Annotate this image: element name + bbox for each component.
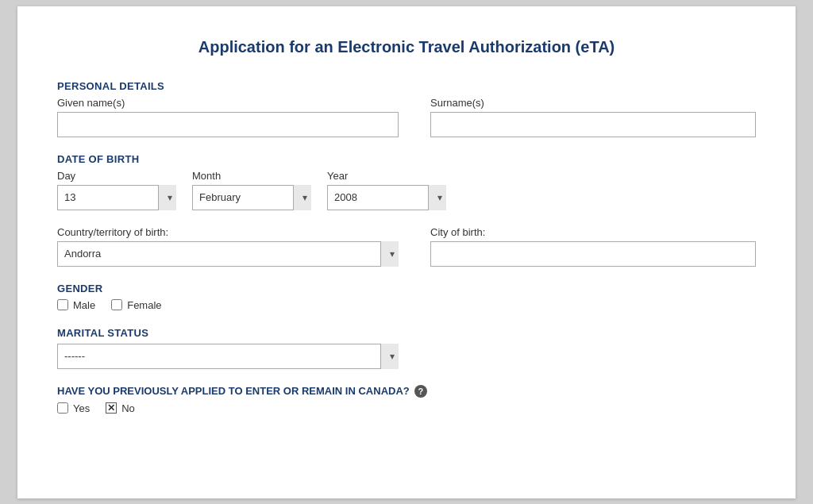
personal-details-row: Given name(s) Surname(s) [57, 97, 756, 137]
day-select[interactable]: 13 1 2 3 4 5 6 7 8 9 10 11 12 14 [57, 185, 176, 210]
month-select[interactable]: January February March April May June Ju… [192, 185, 311, 210]
city-label: City of birth: [430, 226, 756, 238]
gender-female-option[interactable]: Female [111, 299, 161, 311]
day-field-group: Day 13 1 2 3 4 5 6 7 8 9 10 11 [57, 170, 176, 210]
given-names-label: Given name(s) [57, 97, 399, 109]
marital-status-section: MARITAL STATUS ------ Single Married Div… [57, 327, 756, 369]
dob-header: DATE OF BIRTH [57, 153, 756, 165]
country-select-wrapper: Andorra Afghanistan Albania Algeria Ango… [57, 241, 399, 267]
canada-yes-option[interactable]: Yes [57, 402, 90, 414]
year-field-group: Year 2008 2007 2006 2005 2004 2003 2002 … [327, 170, 446, 210]
country-city-section: Country/territory of birth: Andorra Afgh… [57, 226, 756, 267]
personal-details-section: PERSONAL DETAILS Given name(s) Surname(s… [57, 80, 756, 137]
canada-question-text: HAVE YOU PREVIOUSLY APPLIED TO ENTER OR … [57, 385, 410, 397]
surnames-label: Surname(s) [430, 97, 756, 109]
given-names-field-group: Given name(s) [57, 97, 399, 137]
help-icon[interactable]: ? [414, 385, 427, 398]
country-field-group: Country/territory of birth: Andorra Afgh… [57, 226, 399, 267]
country-select[interactable]: Andorra Afghanistan Albania Algeria Ango… [57, 241, 399, 267]
page-container: Application for an Electronic Travel Aut… [17, 6, 796, 498]
canada-no-label: No [121, 402, 135, 414]
country-city-row: Country/territory of birth: Andorra Afgh… [57, 226, 756, 267]
surnames-field-group: Surname(s) [430, 97, 756, 137]
canada-no-checkbox-x[interactable]: ✕ [106, 402, 117, 414]
gender-options: Male Female [57, 299, 756, 311]
gender-header: GENDER [57, 283, 756, 294]
gender-female-checkbox[interactable] [111, 299, 122, 310]
day-select-wrapper: 13 1 2 3 4 5 6 7 8 9 10 11 12 14 [57, 185, 176, 210]
canada-options: Yes ✕ No [57, 402, 756, 414]
canada-yes-checkbox[interactable] [57, 402, 68, 414]
canada-yes-label: Yes [73, 402, 90, 414]
date-of-birth-section: DATE OF BIRTH Day 13 1 2 3 4 5 6 7 8 9 [57, 153, 756, 210]
surnames-input[interactable] [430, 112, 756, 137]
marital-status-header: MARITAL STATUS [57, 327, 756, 339]
gender-section: GENDER Male Female [57, 283, 756, 311]
month-select-wrapper: January February March April May June Ju… [192, 185, 311, 210]
canada-no-option[interactable]: ✕ No [106, 402, 135, 414]
city-input[interactable] [430, 241, 756, 267]
gender-female-label: Female [127, 299, 161, 311]
personal-details-header: PERSONAL DETAILS [57, 80, 756, 92]
city-field-group: City of birth: [430, 226, 756, 267]
given-names-input[interactable] [57, 112, 399, 137]
dob-fields: Day 13 1 2 3 4 5 6 7 8 9 10 11 [57, 170, 756, 210]
day-label: Day [57, 170, 176, 182]
year-select[interactable]: 2008 2007 2006 2005 2004 2003 2002 2001 … [327, 185, 446, 210]
canada-question-label: HAVE YOU PREVIOUSLY APPLIED TO ENTER OR … [57, 385, 756, 398]
gender-male-checkbox[interactable] [57, 299, 68, 310]
month-label: Month [192, 170, 311, 182]
marital-status-select[interactable]: ------ Single Married Divorced Widowed S… [57, 344, 399, 369]
country-label: Country/territory of birth: [57, 226, 399, 238]
canada-question-section: HAVE YOU PREVIOUSLY APPLIED TO ENTER OR … [57, 385, 756, 414]
gender-male-label: Male [73, 299, 95, 311]
page-title: Application for an Electronic Travel Aut… [57, 38, 756, 56]
gender-male-option[interactable]: Male [57, 299, 95, 311]
year-label: Year [327, 170, 446, 182]
year-select-wrapper: 2008 2007 2006 2005 2004 2003 2002 2001 … [327, 185, 446, 210]
month-field-group: Month January February March April May J… [192, 170, 311, 210]
marital-select-wrapper: ------ Single Married Divorced Widowed S… [57, 344, 399, 369]
